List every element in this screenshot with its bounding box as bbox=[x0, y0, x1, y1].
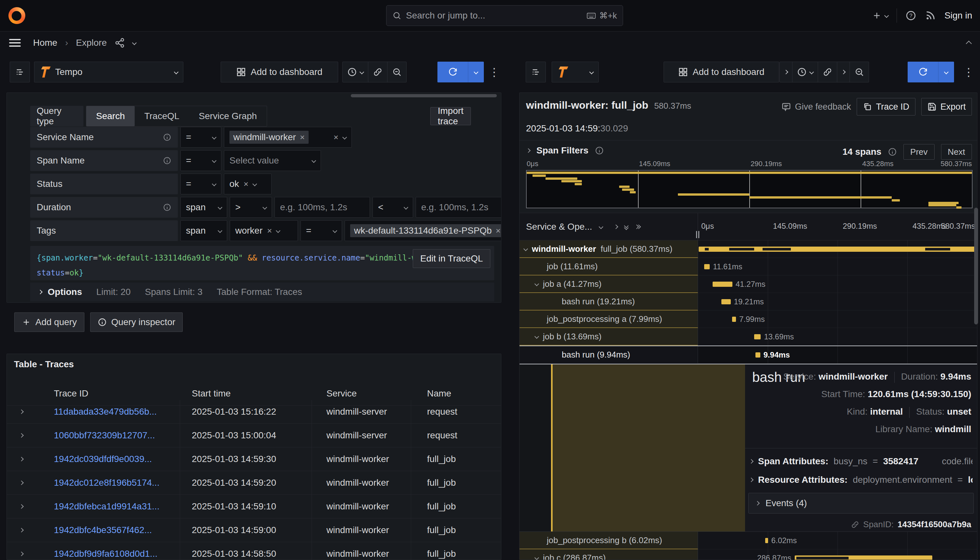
span-row[interactable]: job_postprocessing a (7.99ms) 7.99ms bbox=[520, 310, 977, 328]
prev-span-button[interactable]: Prev bbox=[903, 144, 934, 160]
span-row[interactable]: job a (41.27ms) 41.27ms bbox=[520, 275, 977, 293]
breadcrumb-home[interactable]: Home bbox=[33, 38, 57, 48]
chevron-down-icon[interactable] bbox=[132, 40, 137, 45]
chevron-down-icon[interactable] bbox=[535, 282, 539, 286]
expand-row-icon[interactable] bbox=[7, 518, 44, 542]
time-picker-button[interactable] bbox=[343, 62, 368, 82]
trace-id-link[interactable]: 1942dc012e8f196b5174... bbox=[54, 478, 159, 488]
datasource-picker[interactable]: Tempo bbox=[34, 62, 183, 82]
give-feedback-link[interactable]: Give feedback bbox=[782, 102, 851, 112]
trace-id-link[interactable]: 1942dbfc4be3567f462... bbox=[54, 525, 152, 535]
span-bar[interactable] bbox=[704, 264, 710, 269]
service-name-value-select[interactable]: windmill-worker× × bbox=[224, 127, 352, 148]
run-query-dropdown[interactable] bbox=[938, 62, 954, 82]
chevron-down-icon[interactable] bbox=[535, 334, 539, 339]
tags-scope-select[interactable]: span bbox=[180, 220, 227, 241]
table-row[interactable]: 11dabada33e479db56b...2025-01-03 15:16:2… bbox=[7, 400, 501, 424]
datasource-picker-right[interactable] bbox=[552, 62, 599, 82]
span-bar[interactable] bbox=[765, 538, 768, 543]
shift-time-back-button[interactable] bbox=[780, 62, 792, 82]
expand-all-icon[interactable] bbox=[635, 225, 640, 228]
collapse-panes-button[interactable] bbox=[967, 38, 971, 48]
expand-row-icon[interactable] bbox=[7, 542, 44, 560]
vertical-scrollbar[interactable] bbox=[974, 208, 978, 325]
span-name-value-select[interactable]: Select value bbox=[224, 150, 321, 171]
span-attributes-toggle[interactable]: Span Attributes: busy_ns=3582417 code.fi… bbox=[750, 456, 973, 467]
duration-max-input[interactable]: e.g. 100ms, 1.2s bbox=[416, 197, 502, 218]
add-to-dashboard-button[interactable]: Add to dashboard bbox=[221, 62, 338, 82]
duration-gt-select[interactable]: > bbox=[230, 197, 272, 218]
table-row[interactable]: 1942dc012e8f196b5174...2025-01-03 14:59:… bbox=[7, 471, 501, 495]
trace-id-link[interactable]: 1942dbf9d9fa6108d0d1... bbox=[54, 548, 157, 559]
run-query-button[interactable] bbox=[437, 62, 484, 82]
span-bar[interactable] bbox=[732, 317, 736, 322]
table-row[interactable]: 1942dc039dfdf9e0039...2025-01-03 14:59:3… bbox=[7, 447, 501, 471]
duration-lt-select[interactable]: < bbox=[373, 197, 413, 218]
collapse-all-icon[interactable] bbox=[625, 224, 628, 229]
table-row[interactable]: 1060bbf732309b12707...2025-01-03 15:00:0… bbox=[7, 424, 501, 447]
horizontal-scrollbar[interactable] bbox=[351, 94, 497, 97]
trace-id-link[interactable]: 1942dc039dfdf9e0039... bbox=[54, 454, 152, 464]
panel-title[interactable]: Table - Traces bbox=[14, 359, 74, 370]
add-query-button[interactable]: Add query bbox=[14, 312, 84, 332]
status-value-select[interactable]: ok× bbox=[224, 173, 272, 194]
trace-id-button[interactable]: Trace ID bbox=[857, 98, 915, 115]
panel-menu-button-right[interactable]: ⋮ bbox=[963, 62, 974, 82]
table-row[interactable]: 1942dbfc4be3567f462...2025-01-03 14:59:0… bbox=[7, 518, 501, 542]
expand-row-icon[interactable] bbox=[7, 400, 44, 423]
chevron-down-icon[interactable] bbox=[535, 555, 539, 560]
span-row[interactable]: job_postprocessing b (6.02ms) 6.02ms bbox=[520, 532, 977, 549]
zoom-out-button[interactable] bbox=[387, 62, 406, 82]
edit-in-traceql-button[interactable]: Edit in TraceQL bbox=[413, 249, 490, 268]
service-operation-header[interactable]: Service & Ope... bbox=[526, 222, 592, 232]
expand-row-icon[interactable] bbox=[7, 471, 44, 495]
run-query-button-right[interactable] bbox=[908, 62, 954, 82]
grafana-logo-icon[interactable] bbox=[8, 7, 25, 24]
remove-chip-icon[interactable]: × bbox=[267, 226, 272, 236]
span-row[interactable]: job (11.61ms) 11.61ms bbox=[520, 258, 977, 275]
sign-in-button[interactable]: Sign in bbox=[944, 10, 972, 21]
panel-menu-button[interactable]: ⋮ bbox=[489, 62, 500, 82]
service-name-operator-select[interactable]: = bbox=[180, 127, 221, 148]
time-picker-button[interactable] bbox=[792, 62, 818, 82]
shift-time-forward-button[interactable] bbox=[837, 62, 850, 82]
span-row[interactable]: bash run (19.21ms) 19.21ms bbox=[520, 293, 977, 310]
zoom-out-button[interactable] bbox=[850, 62, 869, 82]
next-span-button[interactable]: Next bbox=[941, 144, 972, 160]
trace-id-link[interactable]: 11dabada33e479db56b... bbox=[54, 407, 157, 417]
sync-time-button[interactable] bbox=[368, 62, 387, 82]
query-outline-button-right[interactable] bbox=[526, 62, 546, 82]
expand-row-icon[interactable] bbox=[7, 495, 44, 518]
remove-chip-icon[interactable]: × bbox=[244, 179, 248, 189]
share-button[interactable] bbox=[115, 38, 125, 48]
tags-value-select[interactable]: wk-default-133114d6a91e-PSPQb× bbox=[345, 220, 502, 241]
expand-row-icon[interactable] bbox=[7, 424, 44, 447]
table-row[interactable]: 1942dbfebca1d9914a31...2025-01-03 14:59:… bbox=[7, 495, 501, 518]
span-bar[interactable] bbox=[722, 299, 730, 304]
breadcrumb-explore[interactable]: Explore bbox=[76, 38, 107, 48]
span-name-operator-select[interactable]: = bbox=[180, 150, 221, 171]
tags-key-select[interactable]: worker× bbox=[230, 220, 298, 241]
events-toggle[interactable]: Events (4) bbox=[748, 493, 974, 513]
column-resizer-handle[interactable] bbox=[695, 231, 701, 238]
link-icon[interactable] bbox=[851, 520, 859, 529]
chevron-down-icon[interactable] bbox=[523, 247, 528, 251]
duration-scope-select[interactable]: span bbox=[180, 197, 227, 218]
span-bar[interactable] bbox=[713, 282, 732, 287]
remove-chip-icon[interactable]: × bbox=[495, 226, 500, 236]
query-type-service-graph[interactable]: Service Graph bbox=[189, 106, 267, 126]
span-bar[interactable] bbox=[754, 334, 761, 339]
span-bar[interactable] bbox=[699, 247, 977, 252]
query-inspector-button[interactable]: Query inspector bbox=[90, 312, 183, 332]
chevron-down-icon[interactable] bbox=[599, 224, 603, 229]
trace-id-link[interactable]: 1942dbfebca1d9914a31... bbox=[54, 501, 159, 512]
search-input[interactable]: Search or jump to... ⌘+k bbox=[386, 5, 623, 26]
add-new-button[interactable] bbox=[872, 11, 888, 20]
help-button[interactable]: ? bbox=[905, 10, 917, 21]
table-row[interactable]: 1942dbf9d9fa6108d0d1...2025-01-03 14:58:… bbox=[7, 542, 501, 560]
query-type-search[interactable]: Search bbox=[86, 106, 135, 126]
service-name-chip[interactable]: windmill-worker× bbox=[230, 131, 308, 144]
expand-row-icon[interactable] bbox=[7, 447, 44, 471]
tags-operator-select[interactable]: = bbox=[300, 220, 342, 241]
span-row-selected[interactable]: bash run (9.94ms) 9.94ms bbox=[520, 345, 977, 364]
